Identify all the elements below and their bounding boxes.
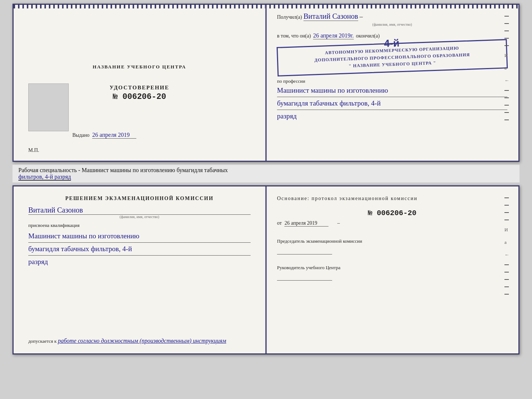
vydano-line: Выдано 26 апреля 2019 xyxy=(72,132,136,139)
cert-top-left-page: НАЗВАНИЕ УЧЕБНОГО ЦЕНТРА УДОСТОВЕРЕНИЕ №… xyxy=(14,5,266,161)
predsedatel-signature-line xyxy=(277,247,332,254)
protocol-number: № 006206-20 xyxy=(277,209,507,217)
stamp-box: 4-й АВТОНОМНУЮ НЕКОММЕРЧЕСКУЮ ОРГАНИЗАЦИ… xyxy=(277,39,508,76)
caption-bar: Рабочая специальность - Машинист машины … xyxy=(12,165,520,182)
deco-dash-b3 xyxy=(504,212,509,213)
qual-line3: разряд xyxy=(28,256,251,268)
caption-text: Рабочая специальность - Машинист машины … xyxy=(18,167,228,173)
cert-number: № 006206-20 xyxy=(113,92,166,101)
profession-block: Машинист машины по изготовлению бумагидл… xyxy=(277,84,507,123)
po-professii-label: по профессии xyxy=(277,78,507,84)
letter-arrow-bottom: ← xyxy=(504,252,509,258)
dash-top: – xyxy=(360,13,363,21)
cert-bottom: Решением экзаменационной комиссии Витали… xyxy=(12,185,520,355)
fio-sub-bottom: (фамилия, имя, отчество) xyxy=(28,215,251,219)
rukovoditel-signature-line xyxy=(277,273,332,281)
osnovanie-label: Основание: протокол экзаменационной коми… xyxy=(277,196,507,202)
deco-dash-b5 xyxy=(504,264,509,265)
qual-line1: Машинист машины по изготовлению xyxy=(28,230,251,243)
predsedatel-label: Председатель экзаменационной комиссии xyxy=(277,238,507,245)
vtom-label: в том, что он(а) xyxy=(277,33,311,39)
letter-a: а xyxy=(504,65,509,71)
deco-dash-7 xyxy=(504,97,509,98)
letter-i-bottom: И xyxy=(504,227,509,233)
letter-i: И xyxy=(504,53,509,58)
cert-details: УДОСТОВЕРЕНИЕ № 006206-20 xyxy=(109,85,169,101)
deco-dash-9 xyxy=(504,112,509,113)
prisvoena-label: присвоена квалификация xyxy=(28,222,251,228)
caption-underlined: фильтров, 4-й разряд xyxy=(18,174,71,181)
deco-dash-2 xyxy=(504,23,509,24)
cert-top-right-page: Получил(а) Виталий Сазонов – (фамилия, и… xyxy=(266,5,518,161)
fio-handwritten-top: Виталий Сазонов xyxy=(303,12,358,21)
poluchil-line: Получил(а) Виталий Сазонов – (фамилия, и… xyxy=(277,12,507,26)
photo-placeholder xyxy=(28,83,69,131)
okonchil-label: окончил(а) xyxy=(356,33,380,39)
fio-handwritten-bottom: Виталий Сазонов xyxy=(28,206,251,215)
profession-line3: разряд xyxy=(277,110,507,122)
right-deco-lines: И а ← xyxy=(504,16,509,120)
rukovoditel-label: Руководитель учебного Центра xyxy=(277,264,507,271)
udostoverenie-label: УДОСТОВЕРЕНИЕ xyxy=(109,85,169,91)
deco-dash-8 xyxy=(504,105,509,106)
deco-dash-10 xyxy=(504,120,509,120)
letter-a-bottom: а xyxy=(504,239,509,245)
ot-date: 26 апреля 2019 xyxy=(284,220,328,227)
profession-line2: бумагидля табачных фильтров, 4-й xyxy=(277,97,507,110)
deco-dash-3 xyxy=(504,31,509,31)
stamp-number: 4-й xyxy=(384,37,400,49)
deco-dash-b9 xyxy=(504,294,509,295)
cert-bottom-left-page: Решением экзаменационной комиссии Витали… xyxy=(14,186,266,353)
deco-dash-b4 xyxy=(504,220,509,220)
resheniem-label: Решением экзаменационной комиссии xyxy=(28,196,251,202)
dopuskaetsya-line: допускается к работе согласно должностны… xyxy=(28,334,251,344)
ot-line: от 26 апреля 2019 – xyxy=(277,220,507,227)
deco-dash-b7 xyxy=(504,279,509,280)
dopuskaetsya-label: допускается к xyxy=(28,338,57,344)
page-wrapper: НАЗВАНИЕ УЧЕБНОГО ЦЕНТРА УДОСТОВЕРЕНИЕ №… xyxy=(0,0,532,399)
rukovoditel-section: Руководитель учебного Центра xyxy=(277,264,507,287)
ot-label: от xyxy=(277,220,282,226)
deco-dash-4 xyxy=(504,38,509,39)
training-center-title: НАЗВАНИЕ УЧЕБНОГО ЦЕНТРА xyxy=(93,64,186,70)
right-deco-lines-bottom: И а ← xyxy=(504,197,509,295)
qual-line2: бумагидля табачных фильтров, 4-й xyxy=(28,243,251,256)
date-handwritten: 26 апреля 2019г. xyxy=(313,32,354,39)
vydano-date: 26 апреля 2019 xyxy=(92,132,136,139)
deco-dash-b1 xyxy=(504,197,509,198)
deco-dash-b8 xyxy=(504,286,509,287)
letter-arrow: ← xyxy=(504,78,509,83)
predsedatel-section: Председатель экзаменационной комиссии xyxy=(277,238,507,260)
dopusk-text: работе согласно должностным (производств… xyxy=(58,338,226,344)
deco-dash-6 xyxy=(504,90,509,91)
profession-line1: Машинист машины по изготовлению xyxy=(277,84,507,97)
vydano-label: Выдано xyxy=(72,132,90,138)
fio-bottom-block: Виталий Сазонов (фамилия, имя, отчество) xyxy=(28,206,251,219)
deco-dash-5 xyxy=(504,45,509,46)
poluchil-label: Получил(а) xyxy=(277,14,302,20)
qualification-block: Машинист машины по изготовлению бумагидл… xyxy=(28,230,251,268)
ot-dash: – xyxy=(337,220,340,226)
fio-sub-top: (фамилия, имя, отчество) xyxy=(277,22,507,26)
deco-dash-1 xyxy=(504,16,509,17)
deco-dash-b6 xyxy=(504,272,509,272)
cert-bottom-right-page: Основание: протокол экзаменационной коми… xyxy=(266,186,518,353)
cert-top: НАЗВАНИЕ УЧЕБНОГО ЦЕНТРА УДОСТОВЕРЕНИЕ №… xyxy=(12,4,520,162)
deco-dash-b2 xyxy=(504,205,509,206)
mp-label: М.П. xyxy=(28,147,39,153)
